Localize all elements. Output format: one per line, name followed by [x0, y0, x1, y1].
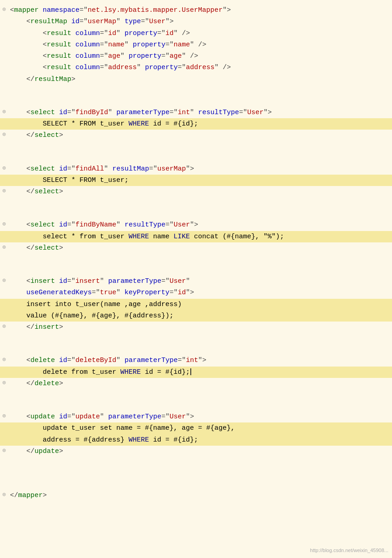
code-line-34: ◎ </delete> [0, 378, 392, 389]
gutter-29: ◎ [0, 322, 8, 330]
code-text-20: <select id="findByName" resultType="User… [8, 219, 392, 231]
code-line-8 [0, 85, 392, 96]
gutter-26 [0, 287, 8, 288]
code-line-35 [0, 389, 392, 400]
code-text-44: </mapper> [8, 490, 392, 501]
code-line-42 [0, 468, 392, 479]
fold-icon-1[interactable]: ◎ [3, 5, 6, 13]
gutter-38 [0, 422, 8, 423]
code-line-31 [0, 344, 392, 355]
gutter-31 [0, 344, 8, 345]
gutter-23 [0, 254, 8, 255]
code-text-27: insert into t_user(name ,age ,address) [8, 299, 392, 310]
fold-icon-17[interactable]: ◎ [3, 187, 6, 195]
gutter-20: ◎ [0, 219, 8, 228]
code-line-4: <result column="name" property="name" /> [0, 39, 392, 50]
code-text-29: </insert> [8, 322, 392, 333]
fold-icon-3[interactable]: ◎ [3, 29, 6, 36]
code-text-14 [8, 152, 392, 164]
code-line-40: ◎ </update> [0, 446, 392, 457]
gutter-13 [0, 141, 8, 142]
fold-icon-12[interactable]: ◎ [3, 131, 6, 138]
code-text-4: <result column="name" property="name" /> [8, 39, 392, 50]
code-line-28: value (#{name}, #{age}, #{address}); [0, 310, 392, 322]
code-text-15: <select id="findAll" resultMap="userMap"… [8, 163, 392, 175]
fold-icon-10[interactable]: ◎ [3, 108, 6, 116]
gutter-41 [0, 457, 8, 458]
fold-icon-29[interactable]: ◎ [3, 322, 6, 330]
code-text-6: <result column="address" property="addre… [8, 62, 392, 73]
fold-icon-40[interactable]: ◎ [3, 447, 6, 454]
fold-icon-25[interactable]: ◎ [3, 276, 6, 284]
code-line-10: ◎ <select id="findById" parameterType="i… [0, 107, 392, 118]
fold-icon-37[interactable]: ◎ [3, 412, 6, 420]
gutter-37: ◎ [0, 411, 8, 420]
code-line-29: ◎ </insert> [0, 322, 392, 333]
code-text-41 [8, 457, 392, 468]
gutter-9 [0, 96, 8, 97]
code-container: ◎ <mapper namespace="net.lsy.mybatis.map… [0, 0, 392, 517]
gutter-33 [0, 367, 8, 367]
code-line-26: useGeneratedKeys="true" keyProperty="id"… [0, 287, 392, 298]
code-text-25: <insert id="insert" parameterType="User" [8, 276, 392, 287]
code-line-5: <result column="age" property="age" /> [0, 50, 392, 62]
gutter-32: ◎ [0, 355, 8, 363]
code-text-31 [8, 344, 392, 355]
code-text-37: <update id="update" parameterType="User"… [8, 411, 392, 422]
code-line-20: ◎ <select id="findByName" resultType="Us… [0, 219, 392, 231]
code-text-35 [8, 389, 392, 401]
gutter-27 [0, 299, 8, 300]
gutter-40: ◎ [0, 446, 8, 454]
gutter-28 [0, 310, 8, 311]
code-line-45 [0, 501, 392, 512]
code-text-43 [8, 479, 392, 490]
code-text-17: </select> [8, 186, 392, 197]
code-line-3: ◎ <result column="id" property="id" /> [0, 28, 392, 39]
code-text-7: </resultMap> [8, 74, 392, 85]
gutter-4 [0, 39, 8, 40]
code-text-18 [8, 197, 392, 209]
code-line-27: insert into t_user(name ,age ,address) [0, 299, 392, 310]
gutter-17: ◎ [0, 186, 8, 195]
fold-icon-15[interactable]: ◎ [3, 164, 6, 172]
gutter-3: ◎ [0, 28, 8, 36]
gutter-6 [0, 62, 8, 63]
gutter-11 [0, 118, 8, 119]
code-text-2: <resultMap id="userMap" type="User"> [8, 16, 392, 27]
code-line-32: ◎ <delete id="deleteById" parameterType=… [0, 355, 392, 366]
gutter-35 [0, 389, 8, 390]
code-line-2: <resultMap id="userMap" type="User"> [0, 16, 392, 27]
code-text-21: select * from t_user where name like con… [8, 231, 392, 242]
code-line-16: SELECT * FROM t_user; [0, 175, 392, 186]
gutter-16 [0, 175, 8, 176]
code-line-12: ◎ </select> [0, 130, 392, 141]
code-line-7: </resultMap> [0, 74, 392, 85]
code-text-34: </delete> [8, 378, 392, 389]
gutter-21 [0, 231, 8, 232]
gutter-30 [0, 333, 8, 334]
gutter-7 [0, 74, 8, 75]
code-line-37: ◎ <update id="update" parameterType="Use… [0, 411, 392, 422]
gutter-15: ◎ [0, 163, 8, 172]
code-line-9 [0, 96, 392, 107]
code-text-10: <select id="findById" parameterType="int… [8, 107, 392, 118]
code-line-23 [0, 254, 392, 265]
code-text-38: update t_user set name = #{name}, age = … [8, 422, 392, 434]
code-line-44: ◎ </mapper> [0, 490, 392, 501]
code-text-45 [8, 501, 392, 513]
fold-icon-34[interactable]: ◎ [3, 379, 6, 387]
code-line-18 [0, 197, 392, 208]
fold-icon-22[interactable]: ◎ [3, 243, 6, 251]
fold-icon-44[interactable]: ◎ [3, 491, 6, 498]
code-text-22: </select> [8, 242, 392, 254]
gutter-43 [0, 479, 8, 480]
code-text-16: SELECT * FROM t_user; [8, 175, 392, 186]
code-text-32: <delete id="deleteById" parameterType="i… [8, 355, 392, 366]
code-line-14 [0, 152, 392, 163]
code-line-15: ◎ <select id="findAll" resultMap="userMa… [0, 163, 392, 175]
gutter-45 [0, 501, 8, 502]
fold-icon-32[interactable]: ◎ [3, 356, 6, 363]
code-text-12: </select> [8, 130, 392, 141]
code-text-42 [8, 468, 392, 479]
fold-icon-20[interactable]: ◎ [3, 220, 6, 228]
